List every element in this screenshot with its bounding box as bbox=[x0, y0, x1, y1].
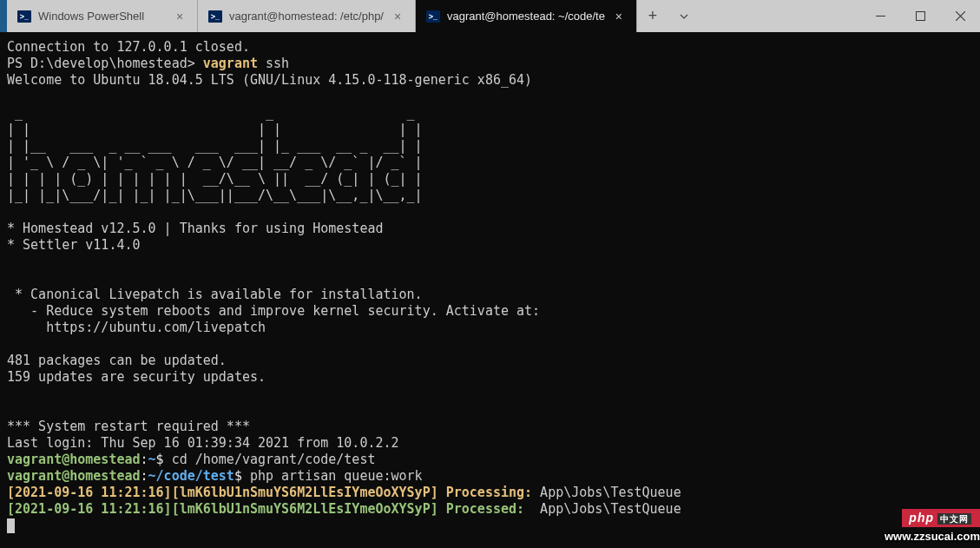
window-controls bbox=[860, 0, 980, 32]
terminal-output[interactable]: Connection to 127.0.0.1 closed. PS D:\de… bbox=[0, 32, 980, 548]
term-line: 481 packages can be updated. bbox=[7, 353, 227, 368]
close-icon[interactable]: × bbox=[173, 10, 187, 23]
term-line: Last login: Thu Sep 16 01:39:34 2021 fro… bbox=[7, 435, 399, 451]
maximize-icon bbox=[916, 11, 925, 21]
ascii-art: | '_ \ / _ \| '_ ` _ \ / _ \/ __| __/ _ … bbox=[7, 155, 423, 170]
chevron-down-icon bbox=[679, 11, 689, 22]
ascii-art: | |__ ___ _ __ ___ ___ ___| |_ ___ __ _ … bbox=[7, 138, 423, 154]
tab-label: Windows PowerShell bbox=[38, 10, 166, 23]
powershell-icon: >_ bbox=[17, 10, 31, 23]
ascii-art: |_| |_|\___/|_| |_| |_|\___||___/\__\___… bbox=[7, 188, 423, 203]
tab-strip: >_ Windows PowerShell × >_ vagrant@homes… bbox=[7, 0, 860, 32]
title-bar: >_ Windows PowerShell × >_ vagrant@homes… bbox=[0, 0, 980, 32]
prompt-line: vagrant@homestead:~$ cd /home/vagrant/co… bbox=[7, 452, 375, 467]
ascii-art: _ _ _ bbox=[7, 105, 415, 121]
term-line: * Canonical Livepatch is available for i… bbox=[7, 287, 423, 302]
close-icon[interactable]: × bbox=[612, 10, 626, 23]
tab-powershell[interactable]: >_ Windows PowerShell × bbox=[7, 0, 198, 32]
close-button[interactable] bbox=[940, 0, 980, 32]
term-line: - Reduce system reboots and improve kern… bbox=[7, 303, 540, 319]
term-line: * Homestead v12.5.0 | Thanks for using H… bbox=[7, 221, 383, 236]
minimize-icon bbox=[876, 11, 885, 21]
minimize-button[interactable] bbox=[860, 0, 900, 32]
term-line: Welcome to Ubuntu 18.04.5 LTS (GNU/Linux… bbox=[7, 72, 532, 88]
queue-line: [2021-09-16 11:21:16][lmK6lbU1nSmuYS6M2L… bbox=[7, 501, 681, 517]
term-line: 159 updates are security updates. bbox=[7, 369, 266, 385]
term-line: PS D:\develop\homestead> vagrant ssh bbox=[7, 56, 289, 71]
svg-rect-1 bbox=[916, 12, 924, 21]
tab-vagrant-code[interactable]: >_ vagrant@homestead: ~/code/te × bbox=[416, 0, 637, 32]
ascii-art: | | | | | | bbox=[7, 122, 423, 137]
powershell-icon: >_ bbox=[426, 10, 440, 23]
new-tab-button[interactable]: + bbox=[637, 0, 668, 32]
svg-rect-0 bbox=[876, 16, 885, 17]
term-line: *** System restart required *** bbox=[7, 419, 250, 434]
tab-label: vagrant@homestead: /etc/php/ bbox=[229, 10, 384, 23]
maximize-button[interactable] bbox=[900, 0, 940, 32]
term-line: * Settler v11.4.0 bbox=[7, 237, 141, 253]
ascii-art: | | | | (_) | | | | | | __/\__ \ || __/ … bbox=[7, 171, 423, 187]
watermark-zzsucai: www.zzsucai.com bbox=[885, 530, 980, 543]
close-icon bbox=[956, 11, 965, 21]
cursor bbox=[7, 518, 15, 533]
term-line: https://ubuntu.com/livepatch bbox=[7, 320, 266, 335]
powershell-icon: >_ bbox=[208, 10, 222, 23]
tab-dropdown-button[interactable] bbox=[668, 0, 700, 32]
tab-vagrant-etc[interactable]: >_ vagrant@homestead: /etc/php/ × bbox=[198, 0, 416, 32]
queue-line: [2021-09-16 11:21:16][lmK6lbU1nSmuYS6M2L… bbox=[7, 485, 681, 500]
term-line: Connection to 127.0.0.1 closed. bbox=[7, 39, 250, 55]
watermark-php: php中文网 bbox=[902, 509, 980, 527]
prompt-line: vagrant@homestead:~/code/test$ php artis… bbox=[7, 468, 423, 484]
close-icon[interactable]: × bbox=[391, 10, 404, 23]
left-edge-accent bbox=[0, 0, 7, 32]
tab-label: vagrant@homestead: ~/code/te bbox=[447, 10, 605, 23]
